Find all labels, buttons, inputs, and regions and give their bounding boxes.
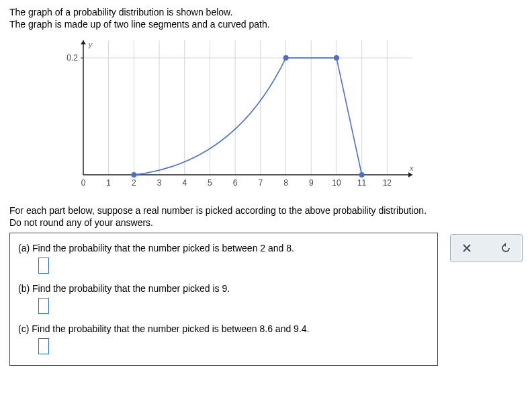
reset-icon — [500, 243, 511, 253]
svg-text:5: 5 — [208, 178, 212, 188]
svg-point-37 — [359, 172, 365, 178]
part-b-text: (b) Find the probability that the number… — [18, 283, 429, 294]
chart-container: 01234567891011120.2yx — [50, 34, 426, 195]
svg-point-35 — [283, 55, 289, 61]
svg-marker-15 — [408, 172, 412, 178]
question-box: (a) Find the probability that the number… — [9, 233, 438, 366]
answer-input-b[interactable] — [38, 298, 49, 314]
svg-marker-16 — [81, 40, 86, 44]
answer-input-a[interactable] — [38, 258, 49, 274]
instructions-block: For each part below, suppose a real numb… — [9, 204, 523, 229]
svg-text:9: 9 — [309, 178, 314, 188]
svg-text:4: 4 — [182, 178, 187, 188]
svg-text:0.2: 0.2 — [66, 53, 78, 63]
chart-svg: 01234567891011120.2yx — [50, 34, 426, 195]
intro-line-2: The graph is made up of two line segment… — [9, 19, 523, 30]
svg-text:2: 2 — [132, 178, 136, 188]
svg-text:11: 11 — [357, 178, 367, 188]
svg-text:12: 12 — [383, 178, 392, 188]
svg-text:8: 8 — [283, 178, 288, 188]
svg-text:3: 3 — [157, 178, 162, 188]
answer-input-c[interactable] — [38, 338, 49, 354]
reset-button[interactable] — [499, 241, 513, 255]
close-icon — [462, 243, 472, 253]
part-c-text: (c) Find the probability that the number… — [18, 323, 429, 334]
svg-text:y: y — [88, 40, 93, 48]
svg-point-36 — [334, 55, 339, 61]
svg-text:x: x — [409, 164, 414, 172]
intro-line-1: The graph of a probability distribution … — [9, 7, 523, 17]
instructions-line-2: Do not round any of your answers. — [9, 217, 153, 228]
svg-point-34 — [131, 172, 136, 178]
instructions-line-1: For each part below, suppose a real numb… — [9, 205, 427, 216]
part-a-text: (a) Find the probability that the number… — [18, 243, 429, 253]
svg-text:7: 7 — [259, 178, 263, 188]
svg-text:10: 10 — [332, 178, 341, 188]
svg-text:1: 1 — [106, 178, 111, 188]
clear-button[interactable] — [460, 241, 474, 255]
svg-text:6: 6 — [233, 178, 238, 188]
svg-marker-40 — [504, 243, 506, 247]
svg-text:0: 0 — [81, 178, 86, 188]
tool-panel — [450, 234, 523, 262]
